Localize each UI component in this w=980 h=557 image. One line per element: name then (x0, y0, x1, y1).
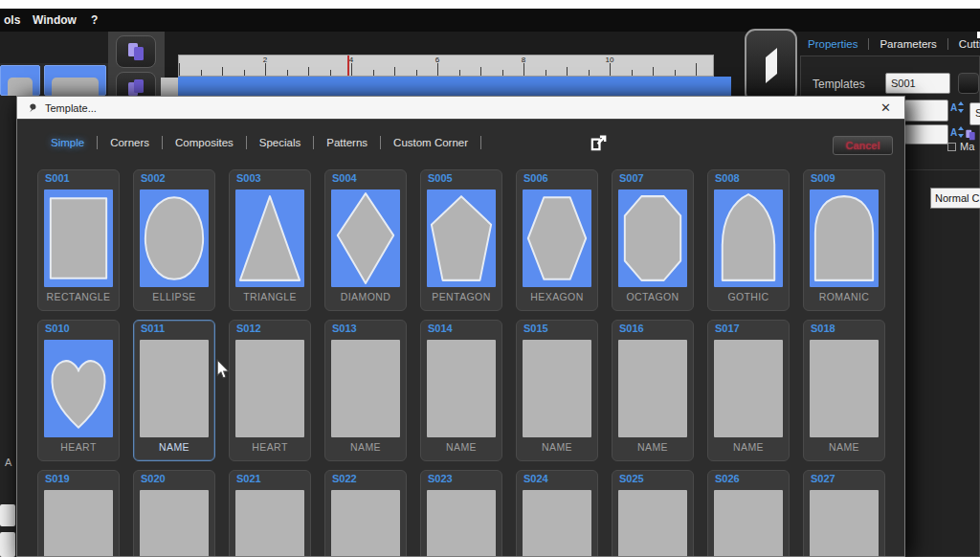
template-thumbnail[interactable] (44, 65, 106, 96)
maintain-checkbox[interactable] (947, 143, 956, 151)
tab-simple[interactable]: Simple (50, 135, 85, 150)
left-sidebar-strip: A (0, 96, 16, 557)
ruler-tick (222, 67, 223, 76)
maintain-checkbox-label: Ma (960, 141, 974, 152)
template-preview (44, 189, 113, 287)
template-card-s022[interactable]: S022 (324, 470, 407, 557)
template-card-s011[interactable]: S011 NAME (133, 320, 215, 461)
template-code: S020 (134, 473, 214, 489)
ruler-number: 4 (349, 56, 353, 64)
pages-tool-button[interactable] (116, 35, 156, 68)
template-card-s004[interactable]: S004 DIAMOND (324, 169, 407, 311)
template-card-s026[interactable]: S026 (707, 470, 790, 557)
mouse-cursor (216, 359, 230, 380)
tab-custom-corner[interactable]: Custom Corner (392, 135, 469, 150)
template-card-s020[interactable]: S020 (133, 470, 215, 557)
template-code: S011 (134, 323, 214, 339)
template-card-s021[interactable]: S021 (229, 470, 311, 557)
menu-item-help[interactable]: ? (91, 9, 98, 32)
template-thumbnail[interactable] (0, 65, 40, 96)
template-label: NAME (708, 441, 789, 457)
template-card-s016[interactable]: S016 NAME (612, 320, 694, 461)
template-card-s007[interactable]: S007 OCTAGON (612, 169, 694, 311)
template-card-s008[interactable]: S008 GOTHIC (707, 169, 790, 311)
template-label: NAME (804, 441, 884, 457)
template-card-s001[interactable]: S001 RECTANGLE (37, 169, 120, 311)
ruler-tick (201, 70, 202, 76)
template-preview (523, 340, 591, 437)
template-code: S014 (421, 323, 501, 339)
ruler-tick (351, 63, 352, 76)
dialog-tabs: SimpleCornersCompositesSpecialsPatternsC… (50, 135, 493, 150)
cancel-button[interactable]: Cancel (833, 136, 893, 155)
template-code: S003 (230, 172, 310, 189)
external-link-icon (590, 134, 608, 152)
template-card-s023[interactable]: S023 (420, 470, 502, 557)
sidebar-input-partial[interactable] (0, 504, 15, 526)
template-card-s010[interactable]: S010 HEART (37, 320, 120, 461)
template-card-s006[interactable]: S006 HEXAGON (516, 169, 598, 311)
ruler-tick (696, 63, 697, 76)
template-card-s005[interactable]: S005 PENTAGON (420, 169, 502, 311)
template-card-s009[interactable]: S009 ROMANIC (803, 169, 885, 311)
hexagon-shape-icon (523, 189, 591, 287)
menu-item-tools-partial[interactable]: ols (4, 9, 20, 32)
template-card-s025[interactable]: S025 (612, 470, 694, 557)
tab-patterns[interactable]: Patterns (325, 135, 368, 150)
template-card-s014[interactable]: S014 NAME (420, 320, 502, 461)
ruler-tick (287, 70, 288, 76)
tab-separator (246, 136, 247, 149)
ruler-tick (502, 70, 503, 76)
tab-composites[interactable]: Composites (174, 135, 234, 150)
template-card-s013[interactable]: S013 NAME (324, 320, 407, 461)
template-card-s017[interactable]: S017 NAME (707, 320, 790, 461)
dialog-title-bar[interactable]: Template... ✕ (17, 97, 904, 119)
gothic-shape-icon (714, 189, 783, 287)
sort-descending-icon[interactable]: A (950, 126, 964, 138)
ruler-tick (437, 63, 438, 76)
ruler-tick (653, 67, 654, 76)
param-input-2[interactable] (904, 124, 948, 145)
template-label: DIAMOND (325, 291, 406, 306)
menu-item-window[interactable]: Window (33, 9, 77, 32)
ruler-number: 8 (522, 56, 525, 64)
template-card-s027[interactable]: S027 (803, 470, 885, 557)
template-preview (140, 490, 209, 557)
template-card-s015[interactable]: S015 NAME (516, 320, 598, 461)
folder-tool-button[interactable] (745, 29, 797, 103)
cut-type-dropdown[interactable]: Normal C (930, 188, 980, 209)
tab-parameters[interactable]: Parameters (878, 38, 938, 50)
tab-specials[interactable]: Specials (258, 135, 301, 150)
template-card-s003[interactable]: S003 TRIANGLE (229, 169, 311, 311)
templates-browse-button[interactable] (958, 73, 979, 94)
template-preview (140, 189, 209, 287)
rectangle-shape-icon (44, 189, 113, 287)
templates-input[interactable]: S001 (885, 73, 950, 94)
template-card-s012[interactable]: S012 HEART (229, 320, 311, 461)
ruler-tick (632, 70, 633, 76)
template-card-s019[interactable]: S019 (37, 470, 120, 557)
template-label: GOTHIC (708, 291, 789, 306)
tab-corners[interactable]: Corners (109, 135, 150, 150)
template-card-s024[interactable]: S024 (516, 470, 598, 557)
sort-letter: A (950, 102, 957, 113)
template-card-s002[interactable]: S002 ELLIPSE (133, 169, 215, 311)
template-label: PENTAGON (421, 291, 501, 306)
param-input-1[interactable] (904, 100, 948, 122)
ruler-marker-line (347, 56, 349, 76)
mini-template-input[interactable]: S (969, 102, 980, 125)
template-label: HEART (230, 441, 310, 457)
workspace-canvas[interactable] (178, 77, 731, 96)
sort-ascending-icon[interactable]: A (950, 101, 964, 113)
template-code: S024 (517, 473, 597, 489)
open-external-button[interactable] (588, 132, 609, 153)
template-card-s018[interactable]: S018 NAME (803, 320, 885, 461)
tab-properties[interactable]: Properties (806, 38, 859, 50)
template-code: S015 (517, 323, 597, 339)
left-templates-panel (0, 63, 108, 96)
ruler-number: 2 (263, 56, 267, 64)
template-code: S009 (804, 172, 884, 189)
sidebar-input-partial[interactable] (0, 532, 15, 557)
tab-cutting[interactable]: Cutting p (957, 38, 980, 50)
close-icon[interactable]: ✕ (877, 97, 895, 119)
